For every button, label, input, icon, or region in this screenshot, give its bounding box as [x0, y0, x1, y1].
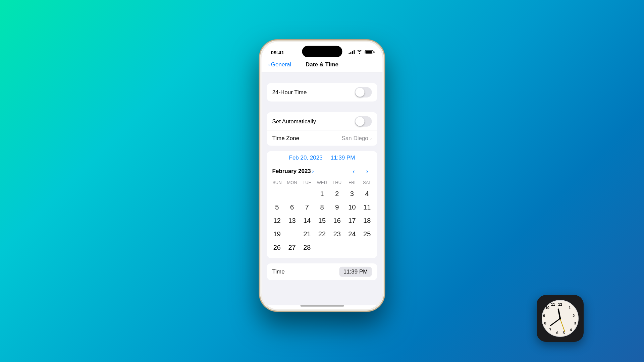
- set-auto-toggle-thumb: [356, 117, 365, 126]
- hour24-toggle-thumb: [356, 88, 365, 97]
- clock-num-6: 6: [556, 331, 558, 335]
- page-title: Date & Time: [306, 61, 338, 68]
- time-picker-value: 11:39 PM: [343, 268, 368, 275]
- weekday-thu: THU: [329, 179, 344, 186]
- calendar-day-2[interactable]: 2: [329, 187, 344, 200]
- clock-widget: 12 1 2 3 4 5 6 7 8 9 10 11: [537, 295, 584, 342]
- calendar-day-19[interactable]: 19: [270, 227, 285, 241]
- hour24-section: 24-Hour Time: [267, 83, 377, 102]
- timezone-row[interactable]: Time Zone San Diego ›: [267, 131, 377, 146]
- set-auto-toggle[interactable]: [355, 116, 372, 127]
- timezone-value-group: San Diego ›: [341, 135, 372, 142]
- time-picker[interactable]: 11:39 PM: [339, 267, 372, 277]
- calendar-day-11[interactable]: 11: [360, 200, 375, 214]
- back-button[interactable]: ‹ General: [268, 61, 291, 68]
- screen-content: 24-Hour Time Set Automatically: [262, 72, 383, 305]
- clock-num-4: 4: [570, 328, 572, 332]
- weekday-wed: WED: [315, 179, 330, 186]
- calendar-day-27[interactable]: 27: [284, 241, 300, 254]
- calendar-day-14[interactable]: 14: [300, 214, 315, 227]
- clock-num-8: 8: [544, 321, 546, 325]
- clock-num-12: 12: [558, 302, 562, 306]
- time-display[interactable]: 11:39 PM: [331, 155, 355, 161]
- calendar-header-wrapper: February 2023 › ‹ ›: [267, 164, 377, 176]
- clock-num-9: 9: [543, 314, 545, 318]
- date-display[interactable]: Feb 20, 2023: [289, 155, 323, 161]
- hour-hand: [557, 308, 561, 318]
- calendar-day-4[interactable]: 4: [360, 187, 375, 200]
- calendar-day-empty-33: [344, 241, 360, 254]
- calendar-day-3[interactable]: 3: [344, 187, 360, 200]
- signal-bar-1: [349, 53, 350, 54]
- calendar-day-10[interactable]: 10: [344, 200, 360, 214]
- clock-num-2: 2: [573, 314, 575, 318]
- timezone-chevron-icon: ›: [370, 136, 372, 141]
- signal-bar-2: [351, 52, 352, 54]
- minute-hand: [549, 318, 560, 326]
- calendar-day-20[interactable]: 20: [284, 227, 300, 241]
- calendar-day-18[interactable]: 18: [360, 214, 375, 227]
- calendar-day-24[interactable]: 24: [344, 227, 360, 241]
- status-icons: [349, 50, 373, 55]
- calendar-day-25[interactable]: 25: [360, 227, 375, 241]
- calendar-day-empty-32: [329, 241, 344, 254]
- phone-frame: 09:41: [259, 40, 385, 312]
- calendar-day-12[interactable]: 12: [270, 214, 285, 227]
- wifi-icon: [357, 50, 362, 55]
- calendar-day-8[interactable]: 8: [315, 200, 330, 214]
- set-auto-label: Set Automatically: [272, 118, 316, 125]
- calendar-weekdays: SUN MON TUE WED THU FRI SAT: [270, 179, 375, 186]
- phone-wrapper: 09:41: [259, 40, 385, 312]
- clock-num-10: 10: [545, 306, 549, 310]
- dynamic-island: [302, 46, 342, 57]
- status-bar: 09:41: [262, 42, 383, 59]
- calendar-day-empty-34: [360, 241, 375, 254]
- calendar-day-1[interactable]: 1: [315, 187, 330, 200]
- calendar-month[interactable]: February 2023 ›: [272, 168, 314, 175]
- signal-bars: [349, 50, 355, 54]
- hour24-toggle[interactable]: [355, 87, 372, 98]
- calendar-day-empty-0: [270, 187, 285, 200]
- status-time: 09:41: [271, 49, 284, 55]
- gap-4: [262, 258, 383, 263]
- calendar-day-26[interactable]: 26: [270, 241, 285, 254]
- time-section: Time 11:39 PM: [267, 263, 377, 280]
- calendar-next-button[interactable]: ›: [363, 167, 372, 176]
- calendar-day-5[interactable]: 5: [270, 200, 285, 214]
- signal-bar-3: [352, 51, 353, 54]
- datetime-section: Feb 20, 2023 11:39 PM February 2023 › ‹: [267, 151, 377, 258]
- calendar-day-17[interactable]: 17: [344, 214, 360, 227]
- calendar-day-16[interactable]: 16: [329, 214, 344, 227]
- clock-num-7: 7: [549, 328, 551, 332]
- calendar-prev-button[interactable]: ‹: [349, 167, 359, 176]
- clock-face: 12 1 2 3 4 5 6 7 8 9 10 11: [542, 300, 579, 337]
- calendar-day-empty-2: [300, 187, 315, 200]
- phone-screen: 09:41: [262, 42, 383, 309]
- calendar-day-28[interactable]: 28: [300, 241, 315, 254]
- calendar-day-15[interactable]: 15: [315, 214, 330, 227]
- clock-num-11: 11: [551, 302, 555, 306]
- calendar-day-22[interactable]: 22: [315, 227, 330, 241]
- calendar-days: 1234567891011121314151617181920212223242…: [270, 187, 375, 254]
- calendar-day-6[interactable]: 6: [284, 200, 300, 214]
- weekday-sun: SUN: [270, 179, 285, 186]
- gap-3: [262, 146, 383, 151]
- hour24-row: 24-Hour Time: [267, 83, 377, 102]
- calendar-nav: ‹ ›: [349, 167, 372, 176]
- weekday-fri: FRI: [344, 179, 360, 186]
- signal-bar-4: [354, 50, 355, 54]
- bottom-spacer: [262, 286, 383, 299]
- datetime-row: Feb 20, 2023 11:39 PM: [267, 151, 377, 164]
- timezone-value: San Diego: [341, 135, 368, 142]
- calendar-day-13[interactable]: 13: [284, 214, 300, 227]
- calendar-day-7[interactable]: 7: [300, 200, 315, 214]
- weekday-sat: SAT: [360, 179, 375, 186]
- calendar-day-21[interactable]: 21: [300, 227, 315, 241]
- second-hand: [560, 318, 565, 332]
- weekday-tue: TUE: [300, 179, 315, 186]
- nav-bar: ‹ General Date & Time: [262, 59, 383, 72]
- home-indicator: [300, 305, 344, 307]
- calendar-day-23[interactable]: 23: [329, 227, 344, 241]
- battery-fill: [366, 51, 372, 54]
- calendar-day-9[interactable]: 9: [329, 200, 344, 214]
